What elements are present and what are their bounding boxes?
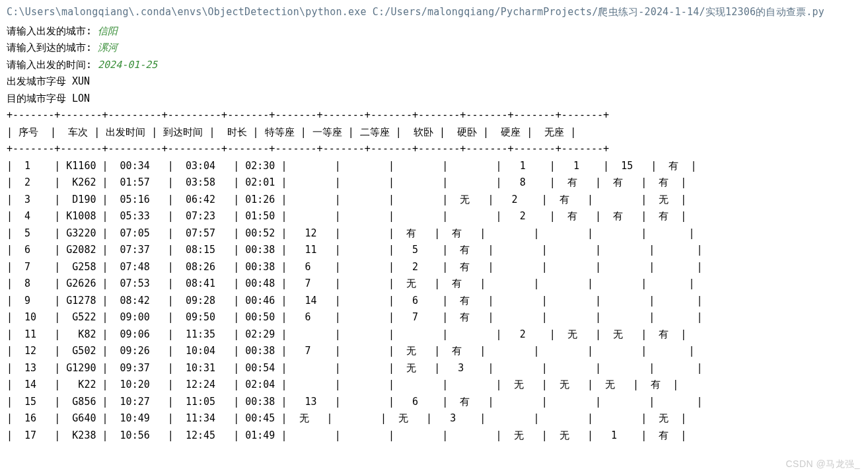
table-row: | 14 | K22 | 10:20 | 12:24 | 02:04 | | |… [7,377,863,394]
table-row: | 9 | G1278 | 08:42 | 09:28 | 00:46 | 14… [7,293,863,310]
command-text: C:\Users\malongqiang\.conda\envs\ObjectD… [7,6,824,18]
table-row: | 12 | G502 | 09:26 | 10:04 | 00:38 | 7 … [7,343,863,360]
depart-city-label: 请输入出发的城市: [7,25,98,37]
table-row: | 17 | K238 | 10:56 | 12:45 | 01:49 | | … [7,427,863,445]
table-row: | 5 | G3220 | 07:05 | 07:57 | 00:52 | 12… [7,225,863,242]
table-border-top: +-------+-------+---------+---------+---… [7,107,863,124]
table-row: | 7 | G258 | 07:48 | 08:26 | 00:38 | 6 |… [7,259,863,276]
date-value: 2024-01-25 [98,59,157,71]
arrive-city-value: 漯河 [98,42,118,54]
table-row: | 10 | G522 | 09:00 | 09:50 | 00:50 | 6 … [7,309,863,326]
prompt-depart-city: 请输入出发的城市: 信阳 [7,23,863,40]
table-row: | 6 | G2082 | 07:37 | 08:15 | 00:38 | 11… [7,242,863,259]
table-row: | 15 | G856 | 10:27 | 11:05 | 00:38 | 13… [7,394,863,411]
table-row: | 4 | K1008 | 05:33 | 07:23 | 01:50 | | … [7,208,863,225]
table-row: | 3 | D190 | 05:16 | 06:42 | 01:26 | | |… [7,192,863,209]
depart-city-value: 信阳 [98,25,118,37]
prompt-arrive-city: 请输入到达的城市: 漯河 [7,40,863,57]
table-row: | 13 | G1290 | 09:37 | 10:31 | 00:54 | |… [7,360,863,377]
table-row: | 1 | K1160 | 00:34 | 03:04 | 02:30 | | … [7,158,863,175]
arrive-code-line: 目的城市字母 LON [7,91,863,108]
date-label: 请输入出发的时间: [7,59,98,71]
table-row: | 16 | G640 | 10:49 | 11:34 | 00:45 | 无 … [7,410,863,427]
arrive-city-label: 请输入到达的城市: [7,42,98,54]
command-line: C:\Users\malongqiang\.conda\envs\ObjectD… [7,4,863,21]
table-header-row: | 序号 | 车次 | 出发时间 | 到达时间 | 时长 | 特等座 | 一等座… [7,124,863,141]
table-row: | 2 | K262 | 01:57 | 03:58 | 02:01 | | |… [7,174,863,192]
table-row: | 11 | K82 | 09:06 | 11:35 | 02:29 | | |… [7,326,863,344]
table-header-sep: +-------+-------+---------+---------+---… [7,141,863,158]
console-output: C:\Users\malongqiang\.conda\envs\ObjectD… [0,0,868,449]
depart-code-line: 出发城市字母 XUN [7,73,863,91]
watermark-text: CSDN @马龙强_ [785,457,860,472]
prompt-date: 请输入出发的时间: 2024-01-25 [7,57,863,74]
table-row: | 8 | G2626 | 07:53 | 08:41 | 00:48 | 7 … [7,275,863,293]
